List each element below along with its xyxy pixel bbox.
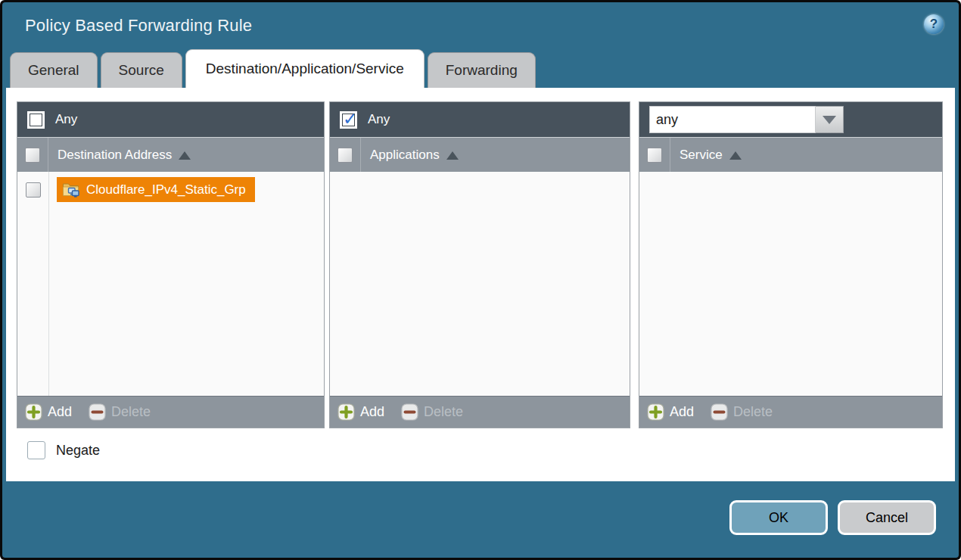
applications-panel: Any Applications <box>329 101 630 428</box>
destination-address-panel: Any Destination Address <box>17 101 325 428</box>
negate-row: Negate <box>27 441 943 459</box>
dialog-frame: Policy Based Forwarding Rule ? General S… <box>0 0 961 560</box>
service-delete-button[interactable]: Delete <box>711 403 773 421</box>
service-select-all-checkbox[interactable] <box>647 148 662 163</box>
destination-any-checkbox[interactable] <box>30 114 42 126</box>
applications-any-checkbox[interactable] <box>342 114 355 126</box>
destination-list: Cloudflare_IPv4_Static_Grp <box>17 172 324 396</box>
negate-checkbox[interactable] <box>27 441 45 459</box>
columns-container: Any Destination Address <box>17 101 943 428</box>
add-plus-icon <box>337 403 355 421</box>
negate-label: Negate <box>56 443 100 459</box>
delete-label: Delete <box>111 404 151 420</box>
destination-sort-header[interactable]: Destination Address <box>58 148 191 163</box>
dialog-title: Policy Based Forwarding Rule <box>25 16 252 36</box>
destination-address-item[interactable]: Cloudflare_IPv4_Static_Grp <box>57 177 255 202</box>
service-list <box>639 172 942 396</box>
tab-bar: General Source Destination/Application/S… <box>2 49 959 88</box>
help-icon[interactable]: ? <box>924 14 944 34</box>
service-dropdown-button[interactable] <box>816 106 844 133</box>
add-label: Add <box>670 404 694 420</box>
applications-add-button[interactable]: Add <box>337 403 384 421</box>
applications-footer: Add Delete <box>330 396 630 428</box>
destination-header-label: Destination Address <box>58 148 172 163</box>
service-dropdown <box>649 106 844 133</box>
sort-asc-icon <box>729 151 742 160</box>
cancel-button[interactable]: Cancel <box>838 500 936 535</box>
service-sort-header[interactable]: Service <box>680 148 742 163</box>
destination-any-label: Any <box>55 112 77 127</box>
tab-destination-application-service[interactable]: Destination/Application/Service <box>185 49 425 88</box>
service-dropdown-bar <box>639 102 942 138</box>
destination-footer: Add Delete <box>17 396 324 428</box>
delete-minus-icon <box>89 403 106 421</box>
service-footer: Add Delete <box>639 396 942 428</box>
applications-list <box>330 172 630 396</box>
destination-address-label: Cloudflare_IPv4_Static_Grp <box>86 182 246 198</box>
ok-button[interactable]: OK <box>729 500 828 535</box>
destination-any-bar: Any <box>17 102 324 138</box>
applications-any-label: Any <box>368 112 390 127</box>
tab-content: Any Destination Address <box>6 88 955 481</box>
applications-select-all-cell <box>330 138 361 172</box>
delete-label: Delete <box>733 404 773 420</box>
destination-select-all-checkbox[interactable] <box>25 148 40 163</box>
row-checkbox[interactable] <box>26 182 41 198</box>
tab-general[interactable]: General <box>10 52 98 88</box>
service-column-header: Service <box>639 138 942 172</box>
delete-minus-icon <box>711 403 728 421</box>
sort-asc-icon <box>179 151 191 160</box>
service-panel: Service Add <box>639 101 943 428</box>
dialog-button-bar: OK Cancel <box>2 481 959 558</box>
service-select-all-cell <box>639 138 670 172</box>
destination-column-header: Destination Address <box>17 138 324 172</box>
add-label: Add <box>360 404 384 420</box>
tab-source[interactable]: Source <box>101 52 182 88</box>
applications-delete-button[interactable]: Delete <box>401 403 463 421</box>
destination-select-all-cell <box>17 138 48 172</box>
add-plus-icon <box>25 403 42 421</box>
destination-delete-button[interactable]: Delete <box>89 403 151 421</box>
destination-add-button[interactable]: Add <box>25 403 72 421</box>
row-checkbox-cell <box>17 182 48 198</box>
applications-column-header: Applications <box>330 138 630 172</box>
applications-any-bar: Any <box>330 102 630 138</box>
add-plus-icon <box>647 403 664 421</box>
add-label: Add <box>48 404 72 420</box>
applications-sort-header[interactable]: Applications <box>370 148 459 163</box>
chevron-down-icon <box>823 116 836 124</box>
title-bar: Policy Based Forwarding Rule ? <box>2 2 959 49</box>
delete-label: Delete <box>424 404 463 420</box>
sort-asc-icon <box>446 151 459 160</box>
applications-select-all-checkbox[interactable] <box>337 148 353 163</box>
table-row: Cloudflare_IPv4_Static_Grp <box>17 172 324 202</box>
service-add-button[interactable]: Add <box>647 403 694 421</box>
applications-header-label: Applications <box>370 148 440 163</box>
tab-forwarding[interactable]: Forwarding <box>428 52 536 88</box>
service-header-label: Service <box>680 148 723 163</box>
service-dropdown-input[interactable] <box>649 106 816 133</box>
policy-based-forwarding-dialog: Policy Based Forwarding Rule ? General S… <box>2 2 959 558</box>
address-group-icon <box>62 182 80 198</box>
delete-minus-icon <box>401 403 418 421</box>
